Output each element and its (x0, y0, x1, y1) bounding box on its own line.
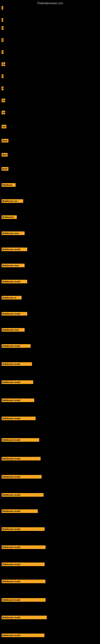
bar-row-22: Bottleneck re (1, 296, 22, 300)
bar-row-7: B (1, 74, 3, 79)
bar-label-10: Bo (1, 111, 5, 114)
bar-label-38: Bottleneck result (1, 580, 46, 583)
bar-row-30: Bottleneck result (1, 438, 39, 442)
bar-row-11: Bot (1, 125, 6, 129)
bar-row-10: Bo (1, 111, 5, 115)
bar-row-8: B (1, 86, 3, 91)
bar-label-31: Bottleneck result (1, 457, 41, 460)
bar-label-35: Bottleneck result (1, 527, 45, 531)
bar-label-30: Bottleneck result (1, 438, 39, 442)
bar-row-34: Bottleneck result (1, 509, 38, 514)
bar-label-3: E (1, 26, 3, 30)
bar-row-20: Bottleneck resu (1, 264, 25, 268)
bar-label-24: Bottleneck resu (1, 328, 25, 332)
bar-row-12: Bottl (1, 139, 8, 143)
bar-label-22: Bottleneck re (1, 296, 22, 300)
bar-label-14: Bottl (1, 167, 8, 171)
bar-label-28: Bottleneck result (1, 398, 34, 402)
bar-row-41: Bottleneck result (1, 634, 44, 638)
bar-row-37: Bottleneck result (1, 562, 45, 567)
bar-row-18: Bottleneck resu (1, 232, 25, 236)
bar-row-15: Bottlenec (1, 183, 16, 188)
bar-label-36: Bottleneck result (1, 546, 46, 549)
bar-label-12: Bottl (1, 139, 8, 142)
bar-label-13: Bott (1, 153, 8, 156)
bar-row-38: Bottleneck result (1, 580, 46, 584)
bar-label-25: Bottleneck result (1, 344, 31, 348)
bar-row-27: Bottleneck result (1, 380, 33, 385)
bar-label-11: Bot (1, 125, 6, 128)
bar-label-8: B (1, 86, 3, 90)
bar-row-24: Bottleneck resu (1, 328, 25, 332)
bar-row-26: Bottleneck result (1, 362, 32, 367)
bar-label-4: B (1, 38, 3, 42)
bar-row-35: Bottleneck result (1, 527, 45, 532)
bar-row-25: Bottleneck result (1, 344, 31, 348)
bar-row-2: | (1, 18, 3, 22)
bar-row-21: Bottleneck result (1, 280, 27, 284)
bar-label-6: Bo (1, 62, 5, 66)
bar-label-37: Bottleneck result (1, 562, 45, 566)
bar-label-27: Bottleneck result (1, 380, 33, 384)
bar-label-1: | (1, 6, 3, 10)
bar-label-41: Bottleneck result (1, 634, 44, 637)
bar-row-40: Bottleneck result (1, 616, 47, 620)
bar-row-23: Bottleneck result (1, 312, 27, 316)
bar-row-5: E (1, 50, 3, 55)
bar-row-32: Bottleneck result (1, 475, 42, 480)
bar-row-13: Bott (1, 153, 8, 158)
bar-row-29: Bottleneck result (1, 416, 36, 421)
bar-row-39: Bottleneck result (1, 598, 46, 602)
site-title: TheBottlenecker.com (0, 0, 100, 6)
bar-row-28: Bottleneck result (1, 398, 34, 403)
bar-label-19: Bottleneck result (1, 248, 27, 251)
bar-label-16: Bottleneck res (1, 199, 23, 203)
bar-row-4: B (1, 38, 3, 43)
bar-label-32: Bottleneck result (1, 475, 42, 478)
bar-label-33: Bottleneck result (1, 493, 44, 497)
bar-label-29: Bottleneck result (1, 416, 36, 420)
bar-row-16: Bottleneck res (1, 199, 23, 204)
bar-row-3: E (1, 26, 3, 30)
bar-label-26: Bottleneck result (1, 362, 32, 366)
bar-row-6: Bo (1, 62, 5, 67)
bar-row-1: | (1, 6, 3, 10)
bar-label-18: Bottleneck resu (1, 232, 25, 235)
bar-row-9: Bo (1, 98, 5, 103)
bar-label-39: Bottleneck result (1, 598, 46, 602)
bar-label-9: Bo (1, 98, 5, 102)
bar-row-33: Bottleneck result (1, 493, 44, 498)
bar-row-19: Bottleneck result (1, 248, 27, 252)
bar-row-31: Bottleneck result (1, 457, 41, 461)
bar-label-20: Bottleneck resu (1, 264, 25, 267)
bar-label-15: Bottlenec (1, 183, 16, 187)
bar-label-21: Bottleneck result (1, 280, 27, 283)
bar-row-14: Bottl (1, 167, 8, 172)
bar-row-36: Bottleneck result (1, 546, 46, 550)
bar-label-17: Bottleneck (1, 215, 17, 219)
bar-label-5: E (1, 50, 3, 54)
bar-label-23: Bottleneck result (1, 312, 27, 316)
bar-label-40: Bottleneck result (1, 616, 47, 619)
bar-label-7: B (1, 74, 3, 78)
bar-label-2: | (1, 18, 3, 22)
bar-row-17: Bottleneck (1, 215, 17, 220)
bar-label-34: Bottleneck result (1, 509, 38, 513)
